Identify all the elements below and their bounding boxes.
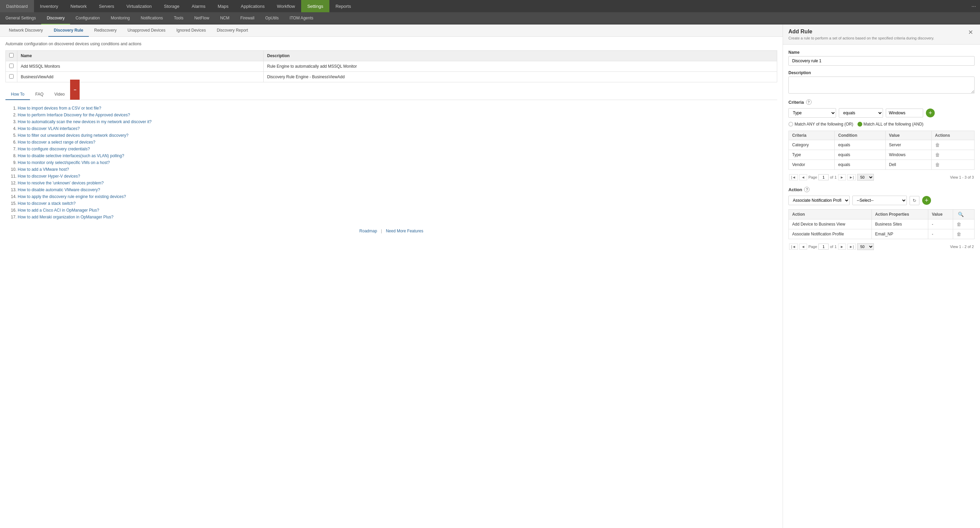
add-rule-panel: Add Rule Create a rule to perform a set …	[783, 24, 980, 528]
add-criteria-button[interactable]: +	[926, 108, 935, 118]
criteria-value-input[interactable]	[886, 108, 923, 118]
action-type-select[interactable]: Associate Notification Profile Add Devic…	[788, 196, 850, 205]
help-link[interactable]: How to monitor only select/specific VMs …	[18, 160, 110, 165]
action-pag-page-input[interactable]	[818, 243, 829, 250]
nav-inventory[interactable]: Inventory	[34, 0, 64, 12]
nav-workflow[interactable]: Workflow	[271, 0, 301, 12]
action-table: Action Action Properties Value 🔍 Add Dev…	[788, 209, 975, 239]
tab-unapproved-devices[interactable]: Unapproved Devices	[122, 24, 171, 37]
pag-last-button[interactable]: ►|	[847, 174, 856, 180]
nav-dashboard[interactable]: Dashboard	[0, 0, 34, 12]
help-link[interactable]: How to add a VMware host?	[18, 167, 69, 172]
tab-discovery-report[interactable]: Discovery Report	[211, 24, 253, 37]
tab-discovery-rule[interactable]: Discovery Rule	[48, 24, 89, 37]
help-link[interactable]: How to discover Hyper-V devices?	[18, 174, 80, 179]
subnav-configuration[interactable]: Configuration	[70, 12, 105, 24]
action-pag-last-button[interactable]: ►|	[847, 243, 856, 250]
subnav-netflow[interactable]: NetFlow	[189, 12, 215, 24]
pag-page-input[interactable]	[818, 174, 829, 180]
tab-ignored-devices[interactable]: Ignored Devices	[171, 24, 211, 37]
rule-name-cell[interactable]: Add MSSQL Monitors	[18, 61, 264, 72]
nav-settings[interactable]: Settings	[301, 0, 329, 12]
action-pagination: |◄ ◄ Page of 1 ► ►| 50 100 View 1 - 2 of	[788, 242, 975, 251]
row-checkbox[interactable]	[9, 74, 14, 79]
nav-reports[interactable]: Reports	[329, 0, 357, 12]
delete-criteria-button[interactable]: 🗑	[935, 162, 940, 167]
help-link[interactable]: How to add Meraki organization in OpMana…	[18, 215, 113, 219]
tab-rediscovery[interactable]: Rediscovery	[89, 24, 122, 37]
help-tab-faq[interactable]: FAQ	[30, 89, 49, 100]
delete-criteria-button[interactable]: 🗑	[935, 142, 940, 148]
criteria-type-select[interactable]: Type Category Vendor	[788, 108, 836, 118]
subnav-general-settings[interactable]: General Settings	[0, 12, 41, 24]
nav-network[interactable]: Network	[64, 0, 93, 12]
action-search-icon[interactable]: 🔍	[956, 210, 965, 218]
criteria-condition-select[interactable]: equals not equals contains	[839, 108, 883, 118]
action-pag-prev-button[interactable]: ◄	[799, 243, 807, 250]
nav-storage[interactable]: Storage	[158, 0, 186, 12]
pag-of-label: of	[830, 175, 833, 179]
help-link[interactable]: How to discover VLAN interfaces?	[18, 126, 80, 131]
help-link[interactable]: How to apply the discovery rule engine f…	[18, 194, 126, 199]
tab-network-discovery[interactable]: Network Discovery	[3, 24, 48, 37]
action-pag-perpage-select[interactable]: 50 100	[857, 243, 874, 250]
help-link[interactable]: How to perform Interface Discovery for t…	[18, 113, 130, 118]
criteria-help-icon[interactable]: ?	[806, 99, 811, 105]
subnav-oputils[interactable]: OpUtils	[260, 12, 284, 24]
subnav-ncm[interactable]: NCM	[215, 12, 235, 24]
description-textarea[interactable]	[788, 76, 975, 94]
refresh-button[interactable]: ↻	[910, 196, 920, 205]
row-checkbox[interactable]	[9, 64, 14, 68]
subnav-monitoring[interactable]: Monitoring	[105, 12, 135, 24]
roadmap-link[interactable]: Roadmap	[360, 229, 377, 234]
match-any-label: Match ANY of the following (OR)	[795, 122, 853, 127]
action-value-select[interactable]: --Select--	[853, 196, 907, 205]
pag-first-button[interactable]: |◄	[789, 174, 798, 180]
delete-action-button[interactable]: 🗑	[956, 221, 961, 227]
criteria-cell-actions: 🗑	[931, 160, 974, 170]
help-tab-video[interactable]: Video	[49, 89, 70, 100]
help-link[interactable]: How to filter out unwanted devices durin…	[18, 133, 129, 138]
help-link[interactable]: How to automatically scan the new device…	[18, 119, 152, 124]
match-all-radio[interactable]: Match ALL of the following (AND)	[858, 122, 924, 127]
action-pag-next-button[interactable]: ►	[838, 243, 846, 250]
nav-alarms[interactable]: Alarms	[185, 0, 211, 12]
pag-perpage-select[interactable]: 50 100	[857, 174, 874, 181]
subnav-tools[interactable]: Tools	[169, 12, 189, 24]
action-help-icon[interactable]: ?	[804, 187, 810, 192]
help-link[interactable]: How to resolve the 'unknown' devices pro…	[18, 181, 104, 185]
select-all-checkbox[interactable]	[9, 53, 14, 57]
subnav-notifications[interactable]: Notifications	[135, 12, 169, 24]
nav-virtualization[interactable]: Virtualization	[121, 0, 158, 12]
nav-applications[interactable]: Applications	[235, 0, 271, 12]
name-input[interactable]	[788, 56, 975, 66]
help-link[interactable]: How to import devices from a CSV or text…	[18, 106, 101, 111]
nav-servers[interactable]: Servers	[93, 0, 121, 12]
match-all-radio-circle	[858, 122, 862, 127]
nav-maps[interactable]: Maps	[212, 0, 235, 12]
add-action-button[interactable]: +	[922, 196, 931, 205]
close-panel-button[interactable]: ✕	[967, 29, 975, 36]
pag-next-button[interactable]: ►	[838, 174, 846, 180]
subnav-firewall[interactable]: Firewall	[235, 12, 259, 24]
match-any-radio[interactable]: Match ANY of the following (OR)	[788, 122, 853, 127]
help-link[interactable]: How to discover a stack switch?	[18, 201, 76, 206]
more-features-link[interactable]: Need More Features	[386, 229, 423, 234]
subnav-discovery[interactable]: Discovery	[41, 12, 70, 24]
delete-criteria-button[interactable]: 🗑	[935, 152, 940, 157]
action-pag-first-button[interactable]: |◄	[789, 243, 798, 250]
pag-prev-button[interactable]: ◄	[799, 174, 807, 180]
list-item: How to disable selective interfaces(such…	[18, 153, 772, 159]
help-link[interactable]: How to configure discovery credentials?	[18, 146, 90, 151]
help-tab-howto[interactable]: How To	[5, 89, 30, 100]
action-pag-view-text: View 1 - 2 of 2	[950, 245, 974, 249]
collapse-help-button[interactable]: −	[70, 80, 80, 100]
rule-name-cell[interactable]: BusinessViewAdd	[18, 72, 264, 82]
help-link[interactable]: How to disable selective interfaces(such…	[18, 153, 124, 158]
help-link[interactable]: How to disable automatic VMware discover…	[18, 188, 100, 192]
delete-action-button[interactable]: 🗑	[956, 231, 961, 237]
help-link[interactable]: How to add a Cisco ACI in OpManager Plus…	[18, 208, 99, 213]
nav-more[interactable]: ⋯	[967, 0, 980, 12]
help-link[interactable]: How to discover a select range of device…	[18, 140, 95, 145]
subnav-itom-agents[interactable]: ITOM Agents	[284, 12, 319, 24]
